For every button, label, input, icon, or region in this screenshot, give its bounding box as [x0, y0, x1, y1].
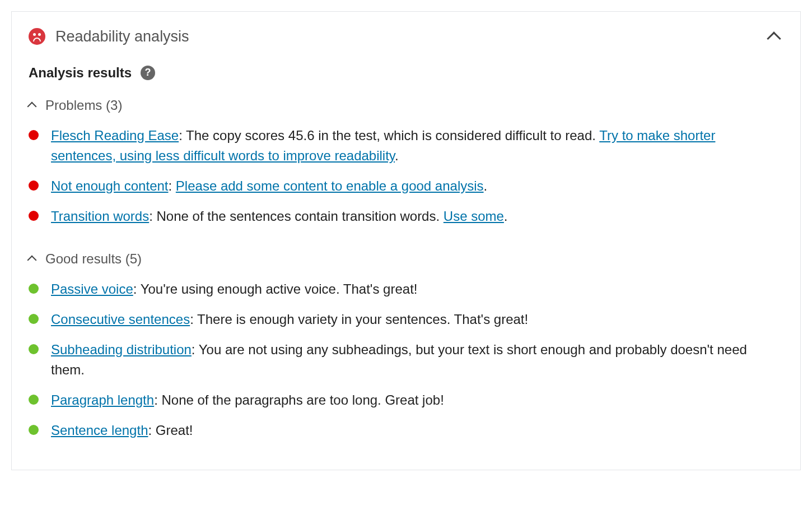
readability-analysis-panel: Readability analysis Analysis results ? …	[11, 11, 801, 470]
item-text: Passive voice: You're using enough activ…	[51, 279, 417, 299]
assessment-link[interactable]: Passive voice	[51, 281, 133, 296]
panel-title: Readability analysis	[55, 25, 769, 48]
status-dot-icon	[29, 284, 39, 294]
status-dot-icon	[29, 130, 39, 140]
status-dot-icon	[29, 425, 39, 435]
good-results-section: Good results (5) Passive voice: You're u…	[12, 239, 800, 453]
status-dot-icon	[29, 395, 39, 405]
advice-link[interactable]: Use some	[444, 208, 504, 224]
item-text: Not enough content: Please add some cont…	[51, 176, 487, 196]
good-results-section-title: Good results (5)	[45, 249, 142, 269]
list-item: Consecutive sentences: There is enough v…	[29, 309, 783, 330]
assessment-link[interactable]: Not enough content	[51, 178, 169, 193]
list-item: Passive voice: You're using enough activ…	[29, 279, 783, 299]
list-item: Flesch Reading Ease: The copy scores 45.…	[29, 126, 783, 166]
item-text: Flesch Reading Ease: The copy scores 45.…	[51, 126, 783, 166]
list-item: Not enough content: Please add some cont…	[29, 176, 783, 196]
item-text: Sentence length: Great!	[51, 420, 193, 441]
problems-section: Problems (3) Flesch Reading Ease: The co…	[12, 85, 800, 239]
status-dot-icon	[29, 211, 39, 221]
problems-section-title: Problems (3)	[45, 95, 122, 115]
item-text: Paragraph length: None of the paragraphs…	[51, 390, 444, 410]
problems-toggle[interactable]: Problems (3)	[29, 95, 783, 115]
list-item: Paragraph length: None of the paragraphs…	[29, 390, 783, 410]
good-results-list: Passive voice: You're using enough activ…	[29, 279, 783, 441]
help-icon[interactable]: ?	[141, 66, 155, 80]
item-text: Subheading distribution: You are not usi…	[51, 340, 783, 380]
item-text: Transition words: None of the sentences …	[51, 206, 508, 226]
list-item: Subheading distribution: You are not usi…	[29, 340, 783, 380]
status-dot-icon	[29, 344, 39, 354]
problems-list: Flesch Reading Ease: The copy scores 45.…	[29, 126, 783, 226]
chevron-up-icon	[27, 101, 37, 111]
assessment-link[interactable]: Paragraph length	[51, 392, 154, 407]
assessment-link[interactable]: Sentence length	[51, 423, 148, 438]
good-results-toggle[interactable]: Good results (5)	[29, 249, 783, 269]
advice-link[interactable]: Please add some content to enable a good…	[176, 178, 484, 193]
status-dot-icon	[29, 314, 39, 324]
list-item: Transition words: None of the sentences …	[29, 206, 783, 226]
list-item: Sentence length: Great!	[29, 420, 783, 441]
chevron-up-icon	[27, 255, 37, 265]
analysis-results-title: Analysis results	[29, 63, 132, 83]
assessment-link[interactable]: Flesch Reading Ease	[51, 128, 179, 143]
analysis-results-header: Analysis results ?	[12, 53, 800, 85]
assessment-link[interactable]: Subheading distribution	[51, 342, 192, 357]
assessment-link[interactable]: Consecutive sentences	[51, 312, 190, 327]
assessment-link[interactable]: Transition words	[51, 208, 149, 224]
item-text: Consecutive sentences: There is enough v…	[51, 309, 528, 330]
panel-header[interactable]: Readability analysis	[12, 12, 800, 53]
sad-face-icon	[29, 28, 45, 45]
chevron-up-icon[interactable]	[767, 32, 781, 46]
status-dot-icon	[29, 180, 39, 191]
